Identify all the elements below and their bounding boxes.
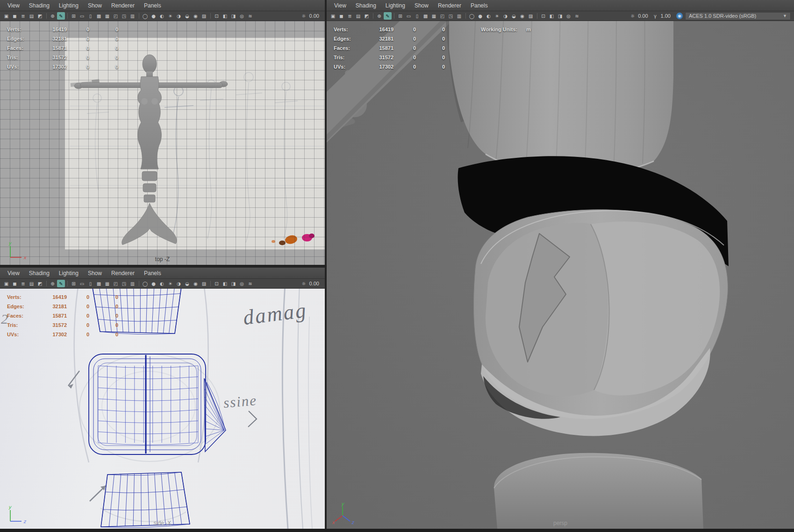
wireframe-mode-icon[interactable]: ◯ xyxy=(468,12,476,20)
select-camera-icon[interactable]: ▣ xyxy=(2,280,10,287)
xray-icon[interactable]: ◧ xyxy=(221,280,229,287)
viewport-top[interactable]: ViewShadingLightingShowRendererPanels ▣◼… xyxy=(0,0,325,265)
gamma-value[interactable]: 1.00 xyxy=(661,13,671,19)
menu-lighting[interactable]: Lighting xyxy=(381,2,410,9)
menu-view[interactable]: View xyxy=(3,270,24,277)
bookmarks-icon[interactable]: ▤ xyxy=(354,12,362,20)
safe-action-icon[interactable]: ◰ xyxy=(112,12,120,20)
view-transform-dropdown[interactable]: ACES 1.0 SDR-video (sRGB) ▼ xyxy=(685,12,791,20)
shadows-icon[interactable]: ◑ xyxy=(501,12,509,20)
menu-panels[interactable]: Panels xyxy=(466,2,493,9)
menu-panels[interactable]: Panels xyxy=(139,2,166,9)
lock-camera-icon[interactable]: ◼ xyxy=(337,12,345,20)
ambient-occlusion-icon[interactable]: ◒ xyxy=(183,12,191,20)
image-plane-icon[interactable]: ◩ xyxy=(36,280,44,287)
use-all-lights-icon[interactable]: ☀ xyxy=(166,12,174,20)
menu-show[interactable]: Show xyxy=(83,2,107,9)
menu-lighting[interactable]: Lighting xyxy=(54,270,83,277)
menu-renderer[interactable]: Renderer xyxy=(107,2,139,9)
isolate-select-icon[interactable]: ⊡ xyxy=(213,280,221,287)
smooth-shade-icon[interactable]: ● xyxy=(150,280,157,287)
gate-mask-icon[interactable]: ▩ xyxy=(95,12,103,20)
smooth-shade-icon[interactable]: ● xyxy=(476,12,484,20)
fog-icon[interactable]: ≋ xyxy=(573,12,581,20)
grease-pencil-icon[interactable]: ✎ xyxy=(57,12,65,20)
textured-mode-icon[interactable]: ◐ xyxy=(158,280,166,287)
two-d-pan-zoom-icon[interactable]: ⊕ xyxy=(49,280,57,287)
film-gate-icon[interactable]: ▭ xyxy=(78,12,86,20)
fog-icon[interactable]: ≋ xyxy=(246,280,254,287)
color-management-icon[interactable]: ◉ xyxy=(676,13,683,19)
grid-icon[interactable]: ⊞ xyxy=(70,12,78,20)
safe-title-icon[interactable]: ◳ xyxy=(447,12,455,20)
select-camera-icon[interactable]: ▣ xyxy=(329,12,337,20)
safe-title-icon[interactable]: ◳ xyxy=(120,280,128,287)
resolution-gate-icon[interactable]: ▯ xyxy=(86,12,94,20)
menu-view[interactable]: View xyxy=(3,2,24,9)
wireframe-mode-icon[interactable]: ◯ xyxy=(141,280,149,287)
ambient-occlusion-icon[interactable]: ◒ xyxy=(510,12,518,20)
xray-joints-icon[interactable]: ◨ xyxy=(229,12,237,20)
xray-joints-icon[interactable]: ◨ xyxy=(556,12,564,20)
motion-blur-icon[interactable]: ◉ xyxy=(518,12,526,20)
gamma-icon[interactable]: γ xyxy=(651,12,659,20)
ambient-occlusion-icon[interactable]: ◒ xyxy=(183,280,191,287)
select-camera-icon[interactable]: ▣ xyxy=(2,12,10,20)
bookmarks-icon[interactable]: ▤ xyxy=(28,12,36,20)
menu-view[interactable]: View xyxy=(329,2,351,9)
textured-mode-icon[interactable]: ◐ xyxy=(485,12,493,20)
safe-action-icon[interactable]: ◰ xyxy=(112,280,120,287)
menu-renderer[interactable]: Renderer xyxy=(433,2,466,9)
hud-toggle-icon[interactable]: ▥ xyxy=(455,12,463,20)
xray-icon[interactable]: ◧ xyxy=(221,12,229,20)
exposure-value[interactable]: 0.00 xyxy=(309,13,319,19)
wireframe-mode-icon[interactable]: ◯ xyxy=(141,12,149,20)
two-d-pan-zoom-icon[interactable]: ⊕ xyxy=(49,12,57,20)
menu-shading[interactable]: Shading xyxy=(24,2,54,9)
gate-mask-icon[interactable]: ▩ xyxy=(422,12,429,20)
safe-action-icon[interactable]: ◰ xyxy=(438,12,446,20)
bookmarks-icon[interactable]: ▤ xyxy=(28,280,36,287)
hud-toggle-icon[interactable]: ▥ xyxy=(129,280,136,287)
two-d-pan-zoom-icon[interactable]: ⊕ xyxy=(375,12,383,20)
use-all-lights-icon[interactable]: ☀ xyxy=(493,12,501,20)
menu-renderer[interactable]: Renderer xyxy=(107,270,139,277)
viewport-persp[interactable]: ViewShadingLightingShowRendererPanels ▣◼… xyxy=(327,0,794,529)
shadows-icon[interactable]: ◑ xyxy=(175,12,183,20)
side-viewport-canvas[interactable]: damag ssine 2 Verts:1641900Edges:3218100… xyxy=(0,289,325,529)
anti-aliasing-icon[interactable]: ▨ xyxy=(200,12,208,20)
fog-icon[interactable]: ≋ xyxy=(246,12,254,20)
depth-of-field-icon[interactable]: ◎ xyxy=(238,12,246,20)
image-plane-icon[interactable]: ◩ xyxy=(36,12,44,20)
persp-viewport-canvas[interactable]: Verts:1641900Edges:3218100Faces:1587100T… xyxy=(327,21,794,529)
smooth-shade-icon[interactable]: ● xyxy=(150,12,157,20)
motion-blur-icon[interactable]: ◉ xyxy=(192,280,200,287)
film-gate-icon[interactable]: ▭ xyxy=(405,12,413,20)
film-gate-icon[interactable]: ▭ xyxy=(78,280,86,287)
xray-icon[interactable]: ◧ xyxy=(548,12,556,20)
menu-show[interactable]: Show xyxy=(410,2,433,9)
camera-attributes-icon[interactable]: ≣ xyxy=(19,280,27,287)
grease-pencil-icon[interactable]: ✎ xyxy=(57,280,65,287)
camera-attributes-icon[interactable]: ≣ xyxy=(346,12,354,20)
viewport-side[interactable]: ViewShadingLightingShowRendererPanels ▣◼… xyxy=(0,268,325,529)
exposure-icon[interactable]: ☼ xyxy=(629,12,637,20)
image-plane-icon[interactable]: ◩ xyxy=(363,12,371,20)
menu-shading[interactable]: Shading xyxy=(24,270,54,277)
isolate-select-icon[interactable]: ⊡ xyxy=(539,12,547,20)
use-all-lights-icon[interactable]: ☀ xyxy=(166,280,174,287)
depth-of-field-icon[interactable]: ◎ xyxy=(238,280,246,287)
grease-pencil-icon[interactable]: ✎ xyxy=(384,12,392,20)
hud-toggle-icon[interactable]: ▥ xyxy=(129,12,136,20)
exposure-value[interactable]: 0.00 xyxy=(309,281,319,286)
exposure-value[interactable]: 0.00 xyxy=(638,13,648,19)
field-chart-icon[interactable]: ▦ xyxy=(103,280,111,287)
safe-title-icon[interactable]: ◳ xyxy=(120,12,128,20)
resolution-gate-icon[interactable]: ▯ xyxy=(86,280,94,287)
shadows-icon[interactable]: ◑ xyxy=(175,280,183,287)
camera-attributes-icon[interactable]: ≣ xyxy=(19,12,27,20)
isolate-select-icon[interactable]: ⊡ xyxy=(213,12,221,20)
grid-icon[interactable]: ⊞ xyxy=(396,12,404,20)
exposure-icon[interactable]: ☼ xyxy=(300,12,308,20)
textured-mode-icon[interactable]: ◐ xyxy=(158,12,166,20)
